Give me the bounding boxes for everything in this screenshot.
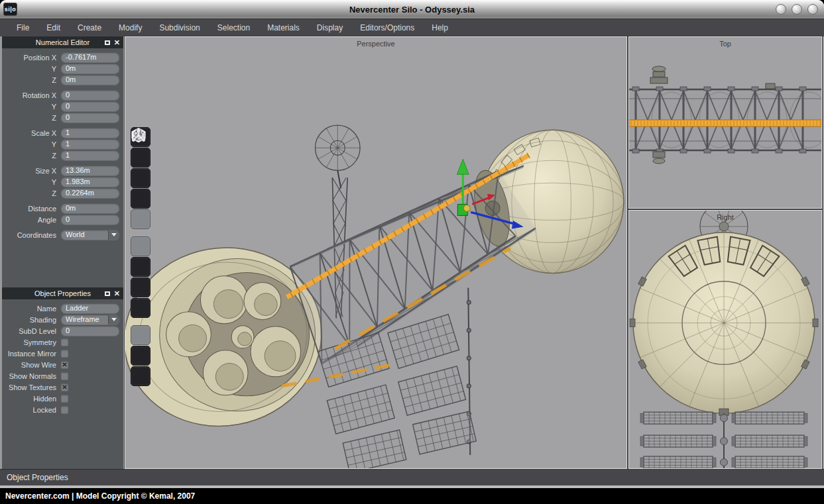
menu-item-editors-options[interactable]: Editors/Options xyxy=(351,19,423,37)
locked-checkbox[interactable] xyxy=(61,406,68,413)
menu-item-edit[interactable]: Edit xyxy=(38,19,69,37)
field-label: Shading xyxy=(2,316,61,324)
left-panel-column: Numerical Editor ✕ Position X-0.7617mY0m… xyxy=(2,36,123,469)
spacecraft-top-view xyxy=(629,37,821,208)
field-0-z-input[interactable]: 0m xyxy=(61,75,119,85)
property-row: Hidden xyxy=(2,393,123,403)
right-viewport-label: Right xyxy=(629,213,821,221)
menu-item-create[interactable]: Create xyxy=(69,19,110,37)
field-label: Z xyxy=(2,114,61,122)
coordinates-label: Coordinates xyxy=(2,231,61,239)
panel-close-icon[interactable]: ✕ xyxy=(114,36,120,48)
field-1-rotation-x-input[interactable]: 0 xyxy=(61,90,119,100)
field-2-scale-x-input[interactable]: 1 xyxy=(61,128,119,138)
show-wire-checkbox[interactable]: ✕ xyxy=(61,361,68,368)
menu-item-materials[interactable]: Materials xyxy=(259,19,308,37)
numerical-editor-header[interactable]: Numerical Editor ✕ xyxy=(2,36,123,48)
property-row: ShadingWireframe xyxy=(2,315,123,325)
panel-close-icon[interactable]: ✕ xyxy=(114,287,120,299)
symmetry-checkbox[interactable] xyxy=(61,338,68,346)
main-area: Numerical Editor ✕ Position X-0.7617mY0m… xyxy=(0,36,824,469)
chevron-down-icon[interactable] xyxy=(108,315,119,325)
field-label: Instance Mirror xyxy=(2,350,61,358)
field-0-y-input[interactable]: 0m xyxy=(61,64,119,74)
field-3-z-input[interactable]: 0.2264m xyxy=(61,188,119,198)
property-row: Locked xyxy=(2,405,123,415)
field-label: Size X xyxy=(2,167,61,175)
menu-item-help[interactable]: Help xyxy=(423,19,457,37)
copyright-footer: Nevercenter.com | Model Copyright © Kema… xyxy=(0,488,824,504)
panel-collapse-icon[interactable] xyxy=(105,291,110,296)
property-row: Show Normals xyxy=(2,371,123,381)
maximize-button[interactable] xyxy=(792,4,802,15)
chevron-down-icon[interactable] xyxy=(108,230,119,240)
menu-item-selection[interactable]: Selection xyxy=(209,19,259,37)
title-bar[interactable]: si|o Nevercenter Silo - Odyssey.sia xyxy=(0,0,824,19)
numeric-row: Distance0m xyxy=(2,203,123,213)
show-normals-checkbox[interactable] xyxy=(61,372,68,379)
field-2-z-input[interactable]: 1 xyxy=(61,150,119,160)
numeric-row: Y1.983m xyxy=(2,177,123,187)
hidden-checkbox[interactable] xyxy=(61,395,68,402)
top-viewport[interactable]: Top xyxy=(628,36,822,209)
menu-item-modify[interactable]: Modify xyxy=(110,19,150,37)
field-3-y-input[interactable]: 1.983m xyxy=(61,177,119,187)
field-label: Angle xyxy=(2,216,61,224)
perspective-viewport-label: Perspective xyxy=(125,40,626,48)
field-label: Show Normals xyxy=(2,372,61,380)
status-bar: Object Properties xyxy=(0,469,824,485)
numeric-row: Y0m xyxy=(2,64,123,74)
field-label: Y xyxy=(2,103,61,111)
subd-level-input[interactable]: 0 xyxy=(61,326,119,336)
field-3-size-x-input[interactable]: 13.36m xyxy=(61,166,119,176)
name-input[interactable]: Ladder xyxy=(61,303,119,313)
spacecraft-perspective-view xyxy=(125,37,626,468)
numeric-row: Z0 xyxy=(2,113,123,123)
minimize-button[interactable] xyxy=(776,4,786,15)
show-textures-checkbox[interactable]: ✕ xyxy=(61,383,68,391)
field-group: Size X13.36mY1.983mZ0.2264m xyxy=(2,166,123,198)
property-row: Show Wire✕ xyxy=(2,360,123,370)
right-viewport[interactable]: Right xyxy=(628,210,822,469)
shading-dropdown[interactable]: Wireframe xyxy=(61,315,119,325)
menu-item-file[interactable]: File xyxy=(8,19,38,37)
screen: si|o Nevercenter Silo - Odyssey.sia File… xyxy=(0,0,824,504)
field-label: Scale X xyxy=(2,129,61,137)
coordinates-dropdown[interactable]: World xyxy=(61,230,119,240)
numerical-editor-panel: Numerical Editor ✕ Position X-0.7617mY0m… xyxy=(2,36,123,244)
field-4-distance-input[interactable]: 0m xyxy=(61,203,119,213)
menu-item-display[interactable]: Display xyxy=(308,19,351,37)
lasso-select-button[interactable] xyxy=(131,366,150,386)
menu-bar: FileEditCreateModifySubdivisionSelection… xyxy=(0,19,824,36)
instance-mirror-checkbox[interactable] xyxy=(61,350,68,357)
property-row: NameLadder xyxy=(2,303,123,313)
menu-item-subdivision[interactable]: Subdivision xyxy=(150,19,208,37)
window-title: Nevercenter Silo - Odyssey.sia xyxy=(0,5,824,15)
object-properties-panel: Object Properties ✕ NameLadderShadingWir… xyxy=(2,287,123,419)
field-label: Z xyxy=(2,152,61,160)
field-label: Z xyxy=(2,76,61,84)
field-label: Rotation X xyxy=(2,91,61,99)
close-button[interactable] xyxy=(807,4,818,15)
field-label: Locked xyxy=(2,406,61,414)
field-label: Z xyxy=(2,189,61,197)
field-0-position-x-input[interactable]: -0.7617m xyxy=(61,52,119,62)
viewport-toolbar xyxy=(131,127,150,393)
field-1-y-input[interactable]: 0 xyxy=(61,101,119,111)
field-label: Show Textures xyxy=(2,383,61,391)
field-1-z-input[interactable]: 0 xyxy=(61,113,119,123)
field-label: Position X xyxy=(2,54,61,62)
object-properties-fields: NameLadderShadingWireframeSubD Level0Sym… xyxy=(2,303,123,415)
field-4-angle-input[interactable]: 0 xyxy=(61,215,119,225)
object-properties-header[interactable]: Object Properties ✕ xyxy=(2,287,123,299)
field-group: Distance0mAngle0 xyxy=(2,203,123,225)
numeric-row: Position X-0.7617m xyxy=(2,52,123,62)
property-row: Symmetry xyxy=(2,337,123,347)
field-2-y-input[interactable]: 1 xyxy=(61,139,119,149)
perspective-viewport[interactable]: Perspective xyxy=(125,36,627,469)
numeric-row: Y0 xyxy=(2,101,123,111)
numeric-row: Y1 xyxy=(2,139,123,149)
panel-collapse-icon[interactable] xyxy=(105,40,110,45)
field-group: Rotation X0Y0Z0 xyxy=(2,90,123,123)
property-row: SubD Level0 xyxy=(2,326,123,336)
